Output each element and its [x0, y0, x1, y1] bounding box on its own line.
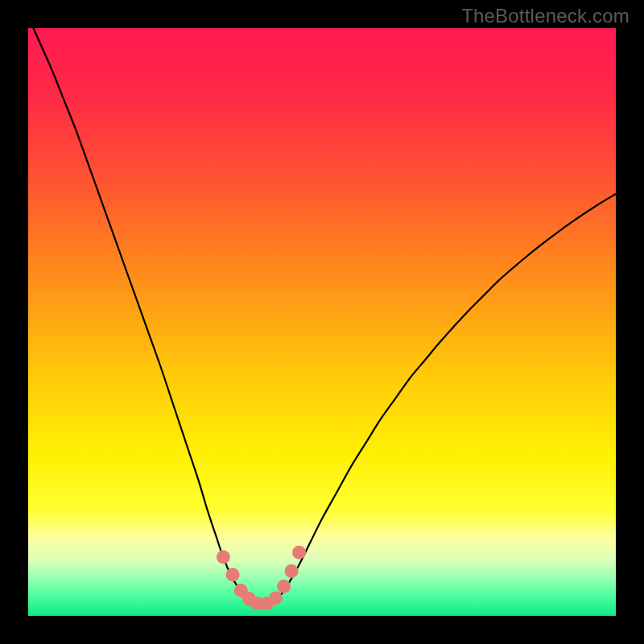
marker-point — [226, 568, 240, 581]
plot-area — [28, 28, 616, 616]
gradient-background — [28, 28, 616, 616]
marker-point — [285, 564, 299, 578]
marker-point — [269, 592, 283, 605]
watermark-text: TheBottleneck.com — [461, 5, 630, 27]
bottleneck-chart — [28, 28, 616, 616]
marker-point — [217, 551, 230, 564]
marker-point — [292, 546, 306, 559]
chart-frame: TheBottleneck.com — [0, 0, 644, 644]
marker-point — [277, 580, 291, 593]
